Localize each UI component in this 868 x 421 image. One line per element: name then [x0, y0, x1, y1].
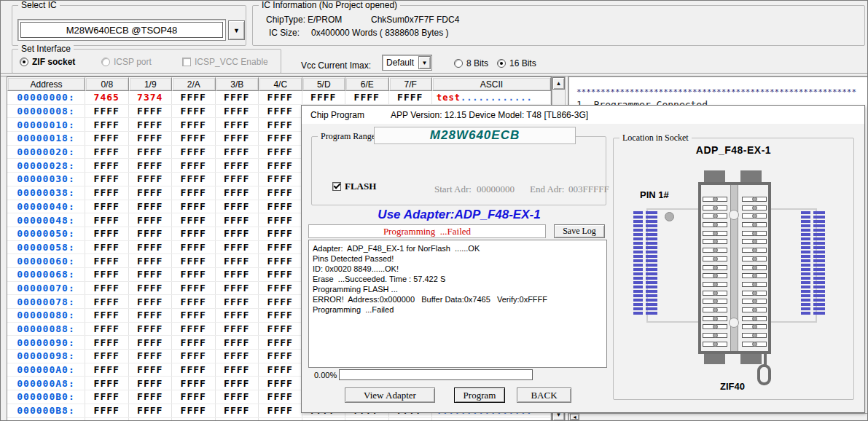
hex-cell: FFFF	[85, 173, 129, 186]
hex-cell: FFFF	[259, 213, 302, 227]
column-header[interactable]: ASCII	[432, 77, 551, 91]
hex-cell: FFFF	[259, 336, 302, 349]
table-row[interactable]: 000000C0:FFFFFFFFFFFFFFFFFFFFFFFFFFFFFFF…	[7, 418, 551, 421]
hex-cell: FFFF	[259, 186, 302, 200]
pin-bar	[801, 251, 810, 253]
zif-socket-label: ZIF socket	[32, 57, 75, 67]
pin-bar	[633, 242, 643, 245]
column-header[interactable]: 3/B	[216, 77, 259, 91]
zif-socket-radio[interactable]	[20, 58, 28, 66]
ic-combo-dropdown-button[interactable]: ▼	[228, 20, 245, 40]
pin-slot-dot	[752, 197, 757, 202]
back-button[interactable]: BACK	[517, 387, 571, 403]
column-header[interactable]: 0/8	[85, 77, 129, 91]
hex-cell: FFFF	[259, 254, 302, 267]
column-header[interactable]: 2/A	[172, 77, 216, 91]
flash-checkbox[interactable]	[332, 182, 341, 191]
pin-slot	[742, 239, 767, 244]
icsp-vcc-checkbox-row[interactable]: ICSP_VCC Enable	[182, 57, 268, 67]
pin-slot	[742, 291, 767, 296]
bits16-radio-row[interactable]: 16 Bits	[497, 58, 536, 68]
pin-slot-dot	[713, 197, 718, 202]
pin-bar	[646, 237, 657, 240]
pin-slot	[703, 265, 727, 270]
pin-bar	[646, 268, 657, 271]
pin-bar	[801, 211, 810, 214]
dialog-title: Chip Program	[310, 110, 364, 120]
column-header[interactable]: 6/E	[345, 77, 389, 91]
dialog-titlebar[interactable]: Chip Program APP Version: 12.15 Device M…	[302, 106, 864, 124]
start-adr-label: Start Adr:	[434, 184, 472, 195]
back-label: BACK	[531, 390, 557, 401]
socket-screw-hole	[729, 210, 739, 220]
hex-cell: FFFF	[216, 336, 259, 349]
hex-cell: FFFF	[259, 227, 302, 240]
hex-cell: FFFF	[216, 159, 259, 172]
hex-cell: FFFF	[172, 200, 216, 213]
pin-slot	[703, 299, 727, 304]
save-log-button[interactable]: Save Log	[554, 224, 605, 238]
scroll-up-button[interactable]: ▲	[552, 77, 565, 90]
hex-cell: FFFF	[259, 323, 302, 336]
vcc-imax-value[interactable]: Default	[383, 56, 418, 69]
pin-bar	[813, 229, 825, 232]
pin-slot	[742, 222, 767, 227]
pin-bar	[801, 220, 810, 223]
end-adr-label: End Adr:	[530, 184, 564, 195]
hex-cell: FFFF	[172, 213, 216, 227]
pin-bar	[646, 312, 657, 315]
ic-combo[interactable]: M28W640ECB @TSOP48	[17, 19, 226, 41]
pin-bar	[646, 246, 657, 249]
pin-bar	[801, 224, 810, 227]
hex-cell: FFFF	[216, 200, 259, 213]
column-header[interactable]: 7/F	[389, 77, 433, 91]
pin-bar	[813, 255, 825, 258]
flash-checkbox-row[interactable]: FLASH	[332, 181, 376, 192]
address-cell: 00000048:	[7, 213, 85, 227]
table-row[interactable]: 00000000:74657374FFFFFFFFFFFFFFFFFFFFFFF…	[7, 91, 551, 105]
ic-combo-value[interactable]: M28W640ECB @TSOP48	[20, 22, 223, 38]
bits8-radio-row[interactable]: 8 Bits	[454, 58, 488, 68]
program-button[interactable]: Program	[454, 387, 505, 403]
pin-bar	[813, 211, 825, 214]
pin1-marker-icon	[665, 212, 674, 221]
program-range-label: Program Range	[318, 131, 378, 142]
log-line: ERROR! Address:0x000000 Buffer Data:0x74…	[313, 294, 603, 304]
address-cell: 000000B0:	[7, 390, 85, 404]
icsp-vcc-checkbox[interactable]	[182, 58, 191, 66]
pin-bar	[646, 264, 657, 267]
bits8-radio[interactable]	[454, 59, 463, 68]
pin-slot	[703, 248, 727, 253]
log-panel-hscrollbar[interactable]: ◄	[569, 413, 868, 421]
address-cell: 000000A0:	[7, 363, 85, 377]
icsp-port-radio[interactable]	[101, 58, 110, 66]
zif-socket-radio-row[interactable]: ZIF socket	[20, 57, 75, 67]
vcc-dropdown-button[interactable]: ▼	[418, 56, 431, 69]
address-cell: 00000040:	[7, 200, 85, 213]
column-header[interactable]: 1/9	[129, 77, 173, 91]
pin-bar	[801, 229, 810, 232]
pin-bar	[646, 272, 657, 275]
column-header[interactable]: Address	[7, 77, 85, 91]
pin-slot	[703, 316, 727, 321]
column-header[interactable]: 5/D	[302, 77, 346, 91]
pin-bar	[801, 268, 810, 271]
hex-cell: FFFF	[216, 323, 259, 336]
vcc-imax-dropdown[interactable]: Default ▼	[382, 55, 432, 71]
icsp-port-radio-row[interactable]: ICSP port	[101, 57, 152, 67]
pin-slot-dot	[713, 282, 718, 287]
column-header[interactable]: 4/C	[259, 77, 302, 91]
view-adapter-button[interactable]: View Adapter	[345, 387, 435, 403]
zif-tab	[740, 353, 762, 364]
ic-size-label: IC Size:	[269, 28, 300, 38]
pin-bar	[813, 307, 825, 310]
hex-cell: FFFF	[216, 186, 259, 200]
bits16-radio[interactable]	[497, 59, 506, 68]
pin-bar	[801, 272, 810, 275]
pin-bar	[813, 286, 825, 288]
pin-bar	[813, 277, 825, 280]
hex-cell: FFFF	[259, 418, 302, 421]
scroll-left-button[interactable]: ◄	[570, 414, 579, 420]
hex-cell: FFFF	[85, 309, 129, 322]
operation-log[interactable]: Adapter: ADP_F48_EX-1 for NorFlash .....…	[308, 240, 607, 368]
